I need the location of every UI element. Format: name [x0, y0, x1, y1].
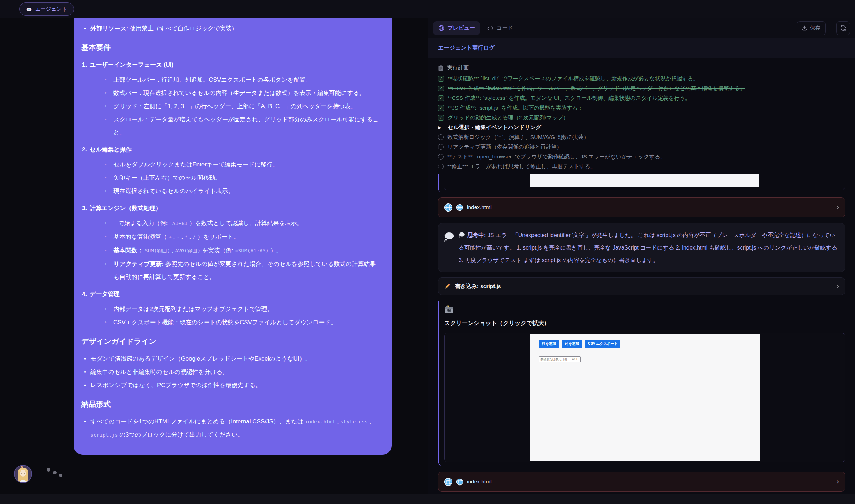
file-card-label: index.html: [467, 479, 492, 485]
bubble-heading: 基本要件: [81, 42, 379, 53]
thinking-text: 思考中: JS エラー「Unexpected identifier '文字'」が…: [459, 229, 838, 267]
thinking-prefix: 思考中:: [467, 232, 486, 238]
checkbox-checked-icon: ✓: [438, 105, 444, 111]
bubble-list-item: ◦グリッド：左側に「1, 2, 3...」の行ヘッダー、上部に「A, B, C.…: [81, 100, 379, 113]
thought-bubble-icon: [444, 232, 454, 267]
bubble-numbered-item: 1.ユーザーインターフェース (UI): [81, 58, 379, 71]
mini-formula-input: 数値または数式（例：=A1+: [539, 356, 581, 362]
tab-preview[interactable]: プレビュー: [433, 21, 480, 35]
plan-item-label: リアクティブ更新（依存関係の追跡と再計算）: [447, 143, 562, 151]
chevron-right-icon: ›: [836, 203, 839, 212]
user-message-bubble: •外部リソース: 使用禁止（すべて自作ロジックで実装）基本要件1.ユーザーインタ…: [74, 18, 392, 455]
plan-item-label: **CSS 作成**: `style.css` を作成。モダンな UI、スクロー…: [448, 95, 691, 102]
chevron-right-icon: ›: [836, 477, 839, 486]
bubble-numbered-item: 4.データ管理: [81, 288, 379, 301]
file-card-label: index.html: [467, 204, 492, 210]
tab-code-label: コード: [497, 24, 513, 32]
avatar[interactable]: [14, 465, 32, 483]
plan-item-label: **HTML 作成**: `index.html` を作成。ツールバー、数式バー…: [448, 85, 745, 92]
mini-toolbar: 行を追加列を追加CSV エクスポート: [530, 334, 760, 348]
globe-icon: [444, 203, 453, 212]
globe-icon: [438, 25, 444, 31]
bubble-heading: 納品形式: [81, 399, 379, 409]
screenshot-card[interactable]: 行を追加列を追加CSV エクスポート 数値または数式（例：=A1+: [444, 333, 845, 462]
scrolled-screenshot-card[interactable]: [444, 174, 845, 190]
clipboard-icon: [438, 65, 444, 71]
plan-item-label: セル選択・編集イベントハンドリング: [448, 124, 541, 131]
thought-bubble-icon: [459, 232, 465, 238]
code-icon: [487, 26, 493, 31]
bubble-list-item: ◦数式バー：現在選択されているセルの内容（生データまたは数式）を表示・編集可能に…: [81, 87, 379, 99]
bubble-numbered-item: 2.セル編集と操作: [81, 143, 379, 156]
bubble-numbered-item: 3.計算エンジン（数式処理）: [81, 202, 379, 215]
refresh-icon: [840, 25, 846, 31]
bubble-list-item: ◦上部ツールバー：行追加、列追加、CSVエクスポートの各ボタンを配置。: [81, 73, 379, 86]
screenshot-title: スクリーンショット（クリックで拡大）: [444, 319, 845, 327]
mini-toolbar-button: CSV エクスポート: [585, 340, 621, 348]
write-action-label: 書き込み: script.js: [455, 283, 501, 290]
panel-tab-bar: プレビュー コード 保存: [428, 18, 855, 38]
pencil-icon: [444, 283, 451, 290]
bubble-list-item: ◦スクロール：データ量が増えてもヘッダーが固定され、グリッド部分のみスクロール可…: [81, 113, 379, 139]
checkbox-checked-icon: ✓: [438, 95, 444, 101]
preview-panel: プレビュー コード 保存 エージェント実行ログ: [428, 0, 855, 504]
plan-item-label: **現状確認**: `list_dir` でワークスペースのファイル構成を確認し…: [448, 75, 699, 82]
refresh-button[interactable]: [836, 21, 850, 35]
plan-item: 数式解析ロジック（`=`、演算子、SUM/AVG 関数の実装）: [438, 132, 845, 142]
bubble-list-item: •レスポンシブではなく、PCブラウザでの操作性を最優先する。: [81, 379, 379, 392]
chat-area: •外部リソース: 使用禁止（すべて自作ロジックで実装）基本要件1.ユーザーインタ…: [0, 18, 428, 504]
bubble-list-item: ◦リアクティブ更新: 参照先のセルの値が変更された場合、そのセルを参照している数…: [81, 258, 379, 283]
plan-item: ✓**CSS 作成**: `style.css` を作成。モダンな UI、スクロ…: [438, 93, 845, 103]
bubble-list-item: ◦CSVエクスポート機能：現在のシートの状態をCSVファイルとしてダウンロード。: [81, 316, 379, 329]
app-window: エージェント •外部リソース: 使用禁止（すべて自作ロジックで実装）基本要件1.…: [0, 0, 855, 504]
plan-header: 実行計画: [438, 64, 845, 72]
bubble-list-item: ◦現在選択されているセルのハイライト表示。: [81, 185, 379, 198]
checkbox-checked-icon: ✓: [438, 115, 444, 121]
plan-list: ✓**現状確認**: `list_dir` でワークスペースのファイル構成を確認…: [438, 74, 845, 171]
mini-toolbar-button: 列を追加: [562, 340, 582, 348]
plan-item: ✓グリッドの動的生成と管理（2 次元配列/マップ）: [438, 113, 845, 123]
agent-mode-pill[interactable]: エージェント: [19, 2, 74, 16]
thinking-body: JS エラー「Unexpected identifier '文字'」が発生しまし…: [459, 232, 837, 263]
screenshot-block: スクリーンショット（クリックで拡大） 行を追加列を追加CSV エクスポート 数値…: [438, 301, 845, 466]
tab-preview-label: プレビュー: [447, 24, 475, 32]
bubble-list-item: •モダンで清潔感のあるデザイン（GoogleスプレッドシートやExcelのような…: [81, 352, 379, 365]
plan-item-label: 数式解析ロジック（`=`、演算子、SUM/AVG 関数の実装）: [447, 134, 589, 141]
save-button-label: 保存: [810, 25, 820, 31]
typing-dot: [59, 474, 62, 477]
plan-item: ✓**現状確認**: `list_dir` でワークスペースのファイル構成を確認…: [438, 74, 845, 83]
globe-icon: [444, 477, 453, 486]
file-card-index-html[interactable]: index.html ›: [438, 197, 845, 217]
save-button[interactable]: 保存: [797, 21, 826, 35]
plan-item-label: **テスト**: `open_browser` でブラウザで動作確認し、JS エ…: [447, 153, 666, 161]
plan-item: ▶セル選択・編集イベントハンドリング: [438, 123, 845, 132]
bubble-list-item: ◦= で始まる入力（例: =A1+B1 ）を数式として認識し、計算結果を表示。: [81, 217, 379, 230]
checkbox-empty-icon: [438, 144, 444, 150]
agent-mode-label: エージェント: [35, 6, 67, 13]
screenshot-image: 行を追加列を追加CSV エクスポート 数値または数式（例：=A1+: [530, 334, 760, 461]
play-icon: ▶: [438, 125, 444, 130]
bubble-heading: デザインガイドライン: [81, 336, 379, 347]
bottom-status-strip: [0, 494, 855, 504]
plan-item-label: グリッドの動的生成と管理（2 次元配列/マップ）: [448, 114, 568, 121]
globe-icon: [456, 204, 463, 211]
plan-item: ✓**HTML 作成**: `index.html` を作成。ツールバー、数式バ…: [438, 83, 845, 93]
plan-item-label: **修正**: エラーがあれば思考して修正し、再度テストする。: [447, 163, 596, 170]
file-card-index-html[interactable]: index.html ›: [438, 472, 845, 492]
bubble-list-item: ◦矢印キー（上下左右）でのセル間移動。: [81, 171, 379, 184]
typing-dot: [53, 471, 57, 474]
robot-icon: [26, 6, 32, 12]
agent-log-header: エージェント実行ログ: [428, 38, 855, 58]
write-action-card[interactable]: 書き込み: script.js ›: [438, 277, 845, 295]
globe-icon: [456, 478, 463, 486]
tab-code[interactable]: コード: [487, 24, 513, 32]
bubble-list-item: ◦セルをダブルクリックまたはEnterキーで編集モードに移行。: [81, 158, 379, 171]
plan-item: **テスト**: `open_browser` でブラウザで動作確認し、JS エ…: [438, 152, 845, 162]
checkbox-empty-icon: [438, 134, 444, 140]
checkbox-empty-icon: [438, 154, 444, 160]
bubble-list-item: •外部リソース: 使用禁止（すべて自作ロジックで実装）: [81, 22, 379, 35]
bubble-list-item: •すべてのコードを1つのHTMLファイルにまとめる（Internal CSS/J…: [81, 415, 379, 442]
plan-title: 実行計画: [447, 64, 469, 72]
plan-item: ✓**JS 作成**: `script.js` を作成。以下の機能を実装する：: [438, 103, 845, 113]
bubble-list-item: ◦基本的な算術演算（ + , - , * , / ）をサポート。: [81, 230, 379, 244]
